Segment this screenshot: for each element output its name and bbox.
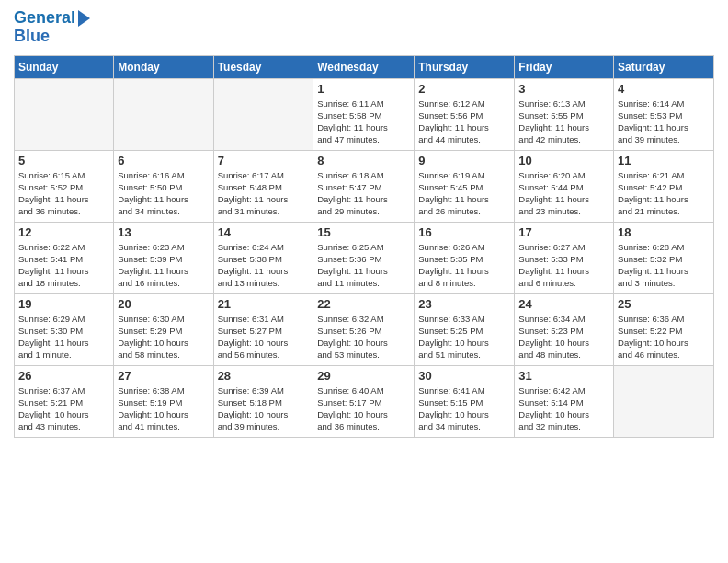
day-number: 31 [518,369,609,383]
calendar-day-cell [213,78,313,150]
day-info: Sunrise: 6:31 AM Sunset: 5:27 PM Dayligh… [218,313,310,362]
logo-text: General [14,9,75,28]
day-info: Sunrise: 6:30 AM Sunset: 5:29 PM Dayligh… [118,313,209,362]
day-number: 10 [518,154,609,167]
day-info: Sunrise: 6:42 AM Sunset: 5:14 PM Dayligh… [518,385,609,433]
day-info: Sunrise: 6:23 AM Sunset: 5:39 PM Dayligh… [118,241,209,290]
day-info: Sunrise: 6:33 AM Sunset: 5:25 PM Dayligh… [418,313,510,362]
day-number: 29 [317,369,410,383]
day-info: Sunrise: 6:14 AM Sunset: 5:53 PM Dayligh… [618,98,710,146]
day-number: 14 [218,225,310,239]
calendar-day-cell: 28Sunrise: 6:39 AM Sunset: 5:18 PM Dayli… [213,365,313,437]
calendar-day-cell [114,78,213,150]
weekday-header-row: SundayMondayTuesdayWednesdayThursdayFrid… [15,55,714,78]
day-number: 23 [418,297,510,311]
day-number: 16 [418,225,510,239]
calendar-day-cell: 31Sunrise: 6:42 AM Sunset: 5:14 PM Dayli… [515,365,614,437]
weekday-header-cell: Sunday [15,55,114,78]
day-number: 5 [18,154,109,167]
day-info: Sunrise: 6:41 AM Sunset: 5:15 PM Dayligh… [418,385,510,433]
calendar-day-cell: 14Sunrise: 6:24 AM Sunset: 5:38 PM Dayli… [213,222,313,293]
calendar-day-cell: 24Sunrise: 6:34 AM Sunset: 5:23 PM Dayli… [515,293,614,365]
calendar-day-cell [15,78,114,150]
weekday-header-cell: Friday [515,55,614,78]
calendar-week-row: 1Sunrise: 6:11 AM Sunset: 5:58 PM Daylig… [15,78,714,150]
day-info: Sunrise: 6:24 AM Sunset: 5:38 PM Dayligh… [218,241,310,290]
calendar-day-cell: 3Sunrise: 6:13 AM Sunset: 5:55 PM Daylig… [515,78,614,150]
day-info: Sunrise: 6:16 AM Sunset: 5:50 PM Dayligh… [118,169,209,218]
calendar-day-cell: 11Sunrise: 6:21 AM Sunset: 5:42 PM Dayli… [614,150,714,222]
calendar-day-cell: 10Sunrise: 6:20 AM Sunset: 5:44 PM Dayli… [515,150,614,222]
day-info: Sunrise: 6:15 AM Sunset: 5:52 PM Dayligh… [18,169,109,218]
weekday-header-cell: Thursday [415,55,515,78]
day-info: Sunrise: 6:11 AM Sunset: 5:58 PM Dayligh… [317,98,410,146]
day-number: 15 [317,225,410,239]
calendar-day-cell: 23Sunrise: 6:33 AM Sunset: 5:25 PM Dayli… [415,293,515,365]
calendar-day-cell: 5Sunrise: 6:15 AM Sunset: 5:52 PM Daylig… [15,150,114,222]
day-info: Sunrise: 6:29 AM Sunset: 5:30 PM Dayligh… [18,313,109,362]
calendar-day-cell: 8Sunrise: 6:18 AM Sunset: 5:47 PM Daylig… [313,150,415,222]
weekday-header-cell: Saturday [614,55,714,78]
day-number: 24 [518,297,609,311]
weekday-header-cell: Tuesday [213,55,313,78]
day-number: 6 [118,154,209,167]
day-info: Sunrise: 6:40 AM Sunset: 5:17 PM Dayligh… [317,385,410,433]
calendar-day-cell: 9Sunrise: 6:19 AM Sunset: 5:45 PM Daylig… [415,150,515,222]
page-container: General Blue SundayMondayTuesdayWednesda… [0,0,728,447]
day-number: 13 [118,225,209,239]
day-number: 7 [218,154,310,167]
day-info: Sunrise: 6:18 AM Sunset: 5:47 PM Dayligh… [317,169,410,218]
day-info: Sunrise: 6:27 AM Sunset: 5:33 PM Dayligh… [518,241,609,290]
calendar-day-cell: 21Sunrise: 6:31 AM Sunset: 5:27 PM Dayli… [213,293,313,365]
day-info: Sunrise: 6:36 AM Sunset: 5:22 PM Dayligh… [618,313,710,362]
calendar-day-cell: 6Sunrise: 6:16 AM Sunset: 5:50 PM Daylig… [114,150,213,222]
header: General Blue [14,9,714,46]
day-number: 30 [418,369,510,383]
day-number: 21 [218,297,310,311]
day-info: Sunrise: 6:38 AM Sunset: 5:19 PM Dayligh… [118,385,209,433]
day-number: 20 [118,297,209,311]
calendar-week-row: 12Sunrise: 6:22 AM Sunset: 5:41 PM Dayli… [15,222,714,293]
calendar-week-row: 19Sunrise: 6:29 AM Sunset: 5:30 PM Dayli… [15,293,714,365]
day-number: 12 [18,225,109,239]
calendar-table: SundayMondayTuesdayWednesdayThursdayFrid… [14,55,714,438]
weekday-header-cell: Monday [114,55,213,78]
day-number: 9 [418,154,510,167]
calendar-day-cell: 26Sunrise: 6:37 AM Sunset: 5:21 PM Dayli… [15,365,114,437]
day-number: 28 [218,369,310,383]
calendar-day-cell: 20Sunrise: 6:30 AM Sunset: 5:29 PM Dayli… [114,293,213,365]
day-info: Sunrise: 6:32 AM Sunset: 5:26 PM Dayligh… [317,313,410,362]
day-number: 18 [618,225,710,239]
calendar-day-cell: 17Sunrise: 6:27 AM Sunset: 5:33 PM Dayli… [515,222,614,293]
day-number: 1 [317,82,410,96]
day-info: Sunrise: 6:21 AM Sunset: 5:42 PM Dayligh… [618,169,710,218]
calendar-day-cell: 12Sunrise: 6:22 AM Sunset: 5:41 PM Dayli… [15,222,114,293]
day-info: Sunrise: 6:19 AM Sunset: 5:45 PM Dayligh… [418,169,510,218]
calendar-day-cell: 27Sunrise: 6:38 AM Sunset: 5:19 PM Dayli… [114,365,213,437]
day-number: 8 [317,154,410,167]
day-info: Sunrise: 6:28 AM Sunset: 5:32 PM Dayligh… [618,241,710,290]
calendar-body: 1Sunrise: 6:11 AM Sunset: 5:58 PM Daylig… [15,78,714,437]
calendar-day-cell: 16Sunrise: 6:26 AM Sunset: 5:35 PM Dayli… [415,222,515,293]
calendar-day-cell: 25Sunrise: 6:36 AM Sunset: 5:22 PM Dayli… [614,293,714,365]
calendar-day-cell: 4Sunrise: 6:14 AM Sunset: 5:53 PM Daylig… [614,78,714,150]
calendar-week-row: 5Sunrise: 6:15 AM Sunset: 5:52 PM Daylig… [15,150,714,222]
calendar-day-cell: 2Sunrise: 6:12 AM Sunset: 5:56 PM Daylig… [415,78,515,150]
calendar-day-cell: 29Sunrise: 6:40 AM Sunset: 5:17 PM Dayli… [313,365,415,437]
day-number: 19 [18,297,109,311]
day-number: 4 [618,82,710,96]
day-info: Sunrise: 6:26 AM Sunset: 5:35 PM Dayligh… [418,241,510,290]
calendar-week-row: 26Sunrise: 6:37 AM Sunset: 5:21 PM Dayli… [15,365,714,437]
calendar-day-cell: 15Sunrise: 6:25 AM Sunset: 5:36 PM Dayli… [313,222,415,293]
day-number: 25 [618,297,710,311]
logo-blue: Blue [14,28,50,46]
day-info: Sunrise: 6:22 AM Sunset: 5:41 PM Dayligh… [18,241,109,290]
calendar-day-cell: 13Sunrise: 6:23 AM Sunset: 5:39 PM Dayli… [114,222,213,293]
calendar-day-cell [614,365,714,437]
day-info: Sunrise: 6:37 AM Sunset: 5:21 PM Dayligh… [18,385,109,433]
day-number: 22 [317,297,410,311]
day-info: Sunrise: 6:25 AM Sunset: 5:36 PM Dayligh… [317,241,410,290]
day-info: Sunrise: 6:17 AM Sunset: 5:48 PM Dayligh… [218,169,310,218]
day-number: 11 [618,154,710,167]
day-number: 27 [118,369,209,383]
